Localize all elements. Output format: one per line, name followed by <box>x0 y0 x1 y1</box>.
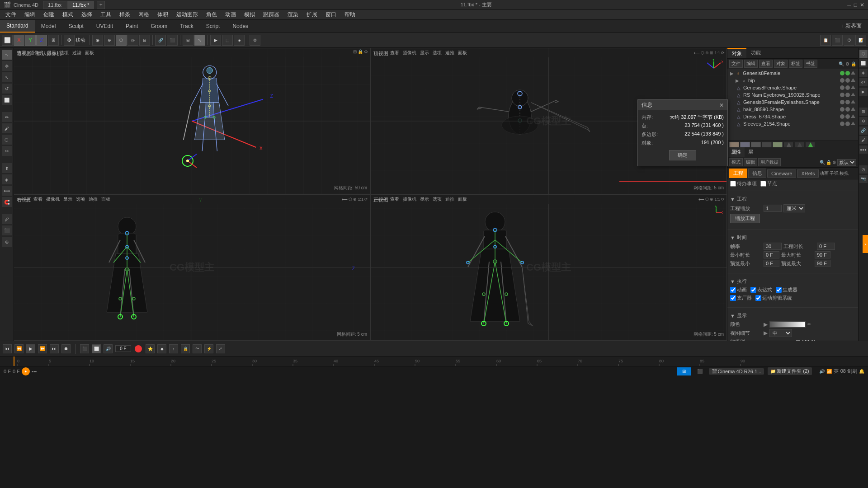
select-project-unit[interactable]: 厘米 <box>783 204 805 212</box>
vp-panel-btn[interactable]: 面板 <box>84 50 95 56</box>
menu-tracker[interactable]: 跟踪器 <box>259 10 283 19</box>
cb-deformer[interactable] <box>730 295 736 301</box>
obj-lock-icon[interactable]: 🔒 <box>851 61 856 66</box>
tray-sound[interactable]: 🔊 <box>819 369 825 374</box>
tray-network[interactable]: 📶 <box>826 369 832 374</box>
tool-rotate-side[interactable]: ↺ <box>2 84 12 94</box>
vp-top-nav3[interactable]: ⊕ <box>705 51 709 55</box>
tool-scale-side[interactable]: ⤡ <box>2 72 12 82</box>
object-item-genesis[interactable]: ▶ ♀ Genesis8Female <box>728 70 857 77</box>
tl-select-btn[interactable]: ↕ <box>169 344 178 353</box>
menu-spline[interactable]: 样条 <box>116 10 134 19</box>
vp-right-camera[interactable]: 摄像机 <box>45 196 61 202</box>
mode-standard[interactable]: Standard <box>0 20 35 33</box>
tl-keyframe-btn[interactable]: ◆ <box>157 344 166 353</box>
tab-objects[interactable]: 对象 <box>727 48 746 58</box>
menu-volume[interactable]: 体积 <box>154 10 172 19</box>
timeline-btn[interactable]: ⏱ <box>844 35 854 46</box>
vp-top-divert[interactable]: 迪推 <box>444 50 456 56</box>
tl-record-btn[interactable]: ⏺ <box>61 344 71 353</box>
props-search-icon[interactable]: 🔍 <box>820 160 825 165</box>
vp-right-panel[interactable]: 面板 <box>100 196 112 202</box>
tool-magnet[interactable]: 🧲 <box>2 197 12 207</box>
tray-lang[interactable]: 英 <box>834 368 839 375</box>
obj-header-view[interactable]: 查看 <box>759 60 773 68</box>
menu-file[interactable]: 文件 <box>2 10 20 19</box>
subtab-info[interactable]: 信息 <box>748 169 766 178</box>
vp-top-nav2[interactable]: ⬡ <box>701 51 704 55</box>
menu-mesh[interactable]: 网格 <box>135 10 153 19</box>
tool-move-side[interactable]: ✥ <box>2 61 12 71</box>
menu-edit[interactable]: 编辑 <box>21 10 39 19</box>
obj-header-bookmark[interactable]: 书签 <box>804 60 817 68</box>
obj-vis-green-0[interactable] <box>840 71 844 75</box>
tool-sculpt2[interactable]: ⬛ <box>2 225 12 235</box>
tool-knife[interactable]: ✂ <box>2 146 12 156</box>
color-gradient[interactable] <box>769 321 806 328</box>
vp-right-view[interactable]: 查看 <box>32 196 44 202</box>
tool-extrude[interactable]: ⬆ <box>2 163 12 173</box>
tab-file2[interactable]: 11.fbx * <box>67 1 94 9</box>
obj-vis-mesh2-a[interactable] <box>840 93 844 97</box>
vp-top-nav4[interactable]: ⊞ <box>710 51 713 55</box>
tool-transform[interactable]: ⬜ <box>2 95 12 105</box>
render-btn[interactable]: ▶ <box>210 35 221 46</box>
tl-layout-btn2[interactable]: ⬜ <box>92 344 101 353</box>
input-preview-max[interactable] <box>815 260 830 267</box>
obj-settings-icon[interactable]: ⚙ <box>845 61 849 66</box>
taskbar-folder[interactable]: 📁 新建文件夹 (2) <box>768 367 812 375</box>
menu-create[interactable]: 创建 <box>40 10 58 19</box>
tab-add[interactable]: + <box>97 1 105 9</box>
obj-vis-tri-mesh1[interactable] <box>851 85 855 89</box>
maximize-icon[interactable]: □ <box>854 2 857 8</box>
obj-vis-tri-mesh4[interactable] <box>851 107 855 111</box>
obj-search-icon[interactable]: 🔍 <box>839 61 844 66</box>
cb-motionclip[interactable] <box>755 295 761 301</box>
status-circle-btn[interactable]: ● <box>22 367 30 375</box>
input-duration[interactable] <box>817 243 835 250</box>
cb-expr[interactable] <box>750 287 756 293</box>
vp-top-panel[interactable]: 面板 <box>457 50 468 56</box>
object-item-mesh4[interactable]: △ hair_88590.Shape <box>734 106 857 113</box>
taskbar-c4d[interactable]: 🎬 Cinema 4D R26.1... <box>709 368 764 375</box>
ri-camera-icon[interactable]: 📷 <box>859 175 868 183</box>
tab-functions[interactable]: 功能 <box>746 48 765 58</box>
menu-extend[interactable]: 扩展 <box>303 10 321 19</box>
viewport-front[interactable]: ⟵⟶ 查看 摄像机 显示 选项 迪推 面板 ⟵ ⬡ ⊕ 1:1 ⟳ 正视图 <box>370 194 727 341</box>
input-project-scale[interactable] <box>764 205 782 212</box>
ipr-btn[interactable]: ◈ <box>234 35 245 46</box>
render-region-btn[interactable]: ⬚ <box>222 35 233 46</box>
vp-mode-4[interactable]: ◷ <box>127 35 138 46</box>
axis-y-btn[interactable]: Y <box>25 35 36 46</box>
obj-vis-mesh3-a[interactable] <box>840 100 844 104</box>
windows-start-btn[interactable]: ⊞ <box>677 367 691 375</box>
obj-vis-gray2-1[interactable] <box>845 78 850 83</box>
obj-vis-mesh1-b[interactable] <box>845 85 850 90</box>
vp-front-options[interactable]: 选项 <box>431 196 443 202</box>
vp-top-nav1[interactable]: ⟵ <box>694 51 700 55</box>
subtab-xrefs[interactable]: XRefs <box>797 169 819 178</box>
props-settings-icon[interactable]: ⚙ <box>832 160 836 165</box>
vp-top-options[interactable]: 选项 <box>431 50 443 56</box>
mode-model[interactable]: Model <box>35 20 62 33</box>
cb-todo[interactable]: 待办事项 <box>730 181 736 187</box>
task-view-btn[interactable]: ⬛ <box>694 367 705 375</box>
obj-vis-mesh4-a[interactable] <box>840 107 844 112</box>
tool-bevel[interactable]: ◈ <box>2 174 12 184</box>
ri-gear-icon[interactable]: ⚙ <box>859 117 868 125</box>
vp-top-camera[interactable]: 摄像机 <box>401 50 418 56</box>
menu-mode[interactable]: 模式 <box>59 10 77 19</box>
menu-simulate[interactable]: 模拟 <box>241 10 259 19</box>
axis-z-btn[interactable]: Z <box>36 35 47 46</box>
object-item-mesh3[interactable]: △ Genesis8FemaleEyelashes.Shape <box>734 99 857 106</box>
tool-paint2[interactable]: 🖊 <box>2 214 12 224</box>
tl-layout-btn1[interactable]: ⬛ <box>80 344 89 353</box>
subtab-cineware[interactable]: Cineware <box>767 169 796 178</box>
scale-project-btn[interactable]: 缩放工程 <box>730 214 760 223</box>
snap-btn[interactable]: 🔗 <box>155 35 166 46</box>
ri-prop-icon[interactable]: ⊞ <box>859 108 868 116</box>
cb-node[interactable] <box>760 181 766 187</box>
tray-notif[interactable]: 🔔 <box>859 369 864 374</box>
obj-vis-mesh1-a[interactable] <box>840 85 844 90</box>
tool-poly-select[interactable]: ⬡ <box>2 135 12 145</box>
